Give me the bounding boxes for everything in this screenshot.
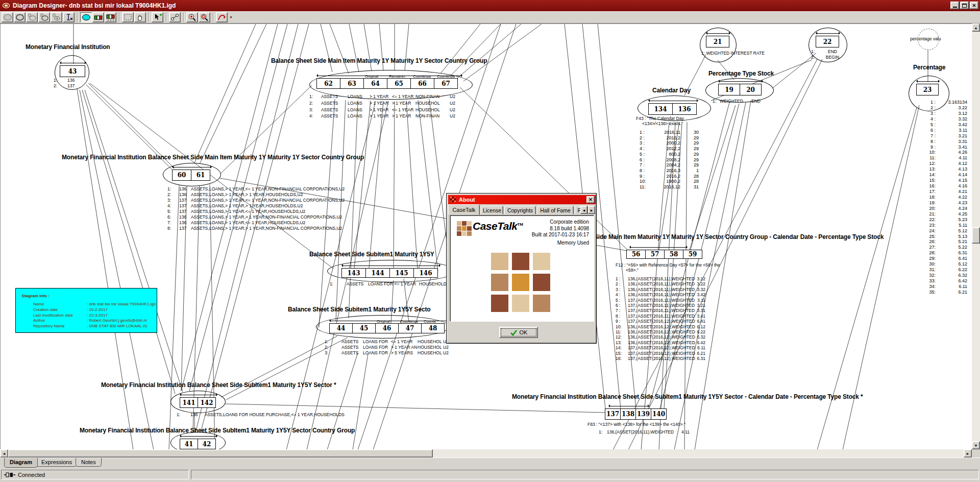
curve-draw-tool-icon[interactable] [216,12,228,22]
tab-diagram[interactable]: Diagram [4,458,38,468]
fact-node[interactable]: 56 57 58 59 [627,250,702,259]
about-dialog-titlebar[interactable]: About ✕ [448,195,596,204]
label-object-tool-icon[interactable] [38,12,50,22]
scroll-right-icon[interactable]: ► [964,449,972,457]
fact-node[interactable]: 22 [816,36,839,47]
fact-cell[interactable]: 140 [651,408,667,420]
maximize-button[interactable] [960,2,969,9]
fact-cell[interactable]: 137 [605,408,621,420]
zoom-out-icon[interactable] [199,12,210,22]
tab-expressions[interactable]: Expressions [36,458,78,467]
fact-cell[interactable]: 63 [340,78,364,89]
diagram-info-box[interactable]: Diagram Info : Name: dnb stat bsi mir lo… [15,288,157,333]
fact-cell[interactable]: 44 [329,323,353,333]
horizontal-scroll-thumb[interactable] [8,449,433,457]
fact-cell[interactable]: 46 [375,323,399,333]
pan-hand-tool-icon[interactable] [134,12,146,22]
fact-cell[interactable]: 43 [60,65,85,77]
fact-cell[interactable]: 59 [683,250,702,259]
fact-cell[interactable]: 146 [413,268,438,278]
fact-node[interactable]: 19 20 [719,84,762,95]
diagram-canvas[interactable]: Monetary Financial Institution 43 1:1362… [0,23,972,449]
fact-cell[interactable]: 65 [387,78,411,89]
section-heading[interactable]: Percentage [913,64,945,71]
section-heading[interactable]: Calendar Day [652,87,691,94]
fact-cell[interactable]: 62 [316,78,340,89]
fact-node[interactable]: 21 [706,36,729,47]
tab-notes[interactable]: Notes [76,458,102,467]
vertical-scrollbar[interactable]: ▲ ▼ [972,23,980,449]
fact-cell[interactable]: 139 [635,408,651,420]
close-button[interactable]: ✕ [970,2,978,9]
scroll-left-icon[interactable]: ◄ [0,449,8,457]
fact-cell[interactable]: 20 [740,84,762,95]
tab-copyrights[interactable]: Copyrights [504,206,536,214]
ok-button[interactable]: OK [499,327,538,338]
section-heading[interactable]: Percentage Type Stock [708,70,774,77]
fact-cell[interactable]: 56 [626,250,646,259]
marquee-select-tool-icon[interactable] [122,12,134,22]
scroll-up-icon[interactable]: ▲ [972,23,980,32]
bar-grid-tool-icon[interactable] [105,12,116,22]
fact-cell[interactable]: 19 [718,84,740,95]
fact-cell[interactable]: 21 [706,36,729,47]
bar-indicator-tool-icon[interactable] [92,12,104,22]
fact-type-tool-icon[interactable] [14,12,26,22]
fact-cell[interactable]: 41 [180,439,198,449]
fact-node[interactable]: 44 45 46 47 48 [330,323,445,333]
fact-cell[interactable]: 60 [172,170,191,181]
section-heading[interactable]: Monetary Financial Institution Balance S… [62,154,364,161]
zoom-in-icon[interactable] [186,12,198,22]
connector-tool-icon[interactable] [169,12,181,22]
fact-node[interactable]: 41 42 [180,439,216,449]
fact-cell[interactable]: 57 [645,250,665,259]
fact-node[interactable]: 23 [917,84,939,95]
fact-cell[interactable]: 61 [191,170,210,181]
fact-cell[interactable]: 144 [365,268,390,278]
tab-casetalk[interactable]: CaseTalk [448,204,480,215]
fact-node[interactable]: 62 63 64 65 66 67 [317,78,458,89]
fact-cell[interactable]: 142 [198,397,216,408]
curve-tool-dropdown-icon[interactable]: ▼ [228,12,234,22]
fact-cell[interactable]: 66 [410,78,434,89]
minimize-button[interactable] [950,2,959,9]
section-heading[interactable]: Side Main Item Maturity 1Y Maturity 1Y S… [594,233,884,240]
section-heading[interactable]: Monetary Financial Institution Balance S… [512,393,863,400]
tab-hall-of-fame[interactable]: Hall of Fame [537,206,574,214]
tab-scroll-left-icon[interactable]: ◀ [580,206,587,214]
fact-cell[interactable]: 67 [434,78,458,89]
fact-node[interactable]: 137 138 139 140 [605,408,667,420]
fact-cell[interactable]: 23 [916,84,939,95]
section-heading[interactable]: Monetary Financial Institution Balance S… [101,381,336,389]
section-heading[interactable]: Monetary Financial Institution [26,43,110,51]
fact-cell[interactable]: 47 [398,323,422,333]
fact-cell[interactable]: 136 [672,103,697,115]
titlebar[interactable]: Diagram Designer- dnb stat bsi mir lokaa… [0,0,980,11]
add-object-tool-icon[interactable] [152,12,163,22]
fact-node[interactable]: 143 144 145 146 [342,268,438,278]
highlight-ellipse-tool-icon[interactable] [80,12,92,22]
fact-cell[interactable]: 143 [341,268,366,278]
fact-node[interactable]: 134 136 [649,103,697,115]
fact-cell[interactable]: 134 [648,103,673,115]
fact-node[interactable]: 141 142 [180,397,216,408]
section-heading[interactable]: Balance Sheet Side Subitem1 Maturity 1Y5… [288,306,431,313]
fact-cell[interactable]: 58 [664,250,683,259]
fact-node[interactable]: 60 61 [173,170,210,181]
horizontal-scrollbar[interactable]: ◄ ► [0,449,972,457]
fact-cell[interactable]: 141 [180,397,198,408]
fact-cell[interactable]: 48 [421,323,445,333]
label-type-tool-icon[interactable] [26,12,38,22]
dialog-close-icon[interactable]: ✕ [586,196,595,203]
fact-cell[interactable]: 64 [363,78,387,89]
tab-license[interactable]: License [481,206,503,214]
fact-cell[interactable]: 42 [198,439,216,449]
section-heading[interactable]: Balance Sheet Side Main Item Maturity 1Y… [271,57,487,64]
label-fact-tool-icon[interactable] [51,12,62,22]
fact-cell[interactable]: 22 [816,36,839,47]
fact-cell[interactable]: 45 [352,323,376,333]
section-heading[interactable]: Balance Sheet Side Subitem1 Maturity 1Y5… [309,251,434,258]
about-dialog[interactable]: About ✕ CaseTalk License Copyrights Hall… [446,193,597,344]
tab-scroll-right-icon[interactable]: ▶ [588,206,595,214]
vertical-scroll-thumb[interactable] [972,227,980,244]
